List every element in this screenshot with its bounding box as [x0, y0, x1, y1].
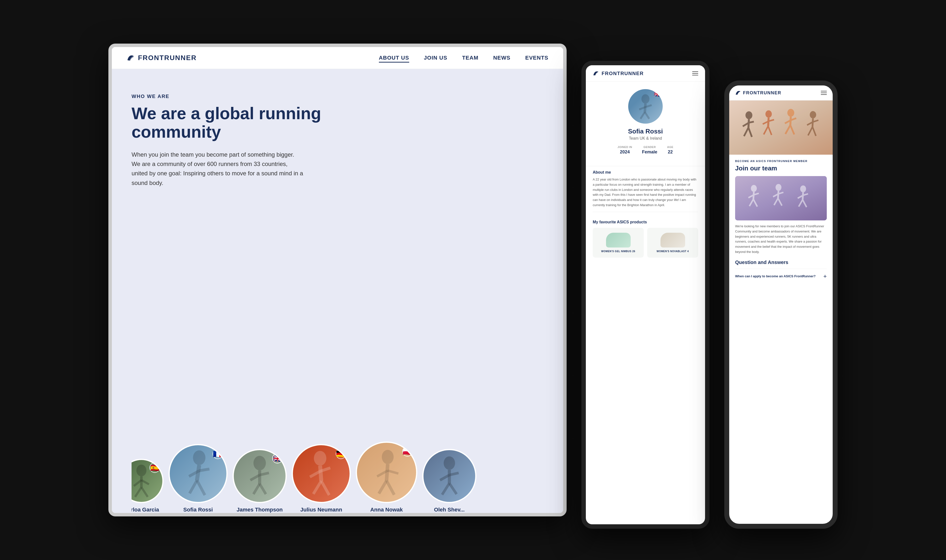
tablet-brand: FRONTRUNNER: [602, 71, 644, 76]
qa-plus-icon[interactable]: +: [823, 273, 827, 280]
runner-silhouette-sofia: [170, 445, 226, 502]
hero-description: When you join the team you become part o…: [131, 150, 304, 188]
svg-point-43: [746, 111, 752, 119]
product-card-1[interactable]: WOMEN'S GEL NIMBUS 26: [593, 228, 644, 258]
svg-point-30: [444, 456, 455, 470]
svg-point-24: [382, 450, 394, 464]
phone-join-section: BECOME AN ASICS FRONTRUNNER MEMBER Join …: [729, 155, 833, 289]
runner-carlos[interactable]: 🇪🇸 Carloa Garcia: [131, 459, 163, 513]
divider-2: [593, 212, 698, 212]
phone-hamburger[interactable]: [821, 91, 827, 95]
svg-rect-42: [729, 100, 833, 155]
hamburger-line-1: [692, 71, 698, 72]
nav-link-about[interactable]: ABOUT US: [379, 55, 409, 63]
tablet-content: FRONTRUNNER 🇬🇧: [586, 65, 705, 524]
hamburger-menu[interactable]: [692, 71, 698, 75]
profile-name: Sofia Rossi: [628, 128, 663, 135]
nav-item-team[interactable]: TEAM: [462, 55, 478, 61]
qa-question-1: When can I apply to become an ASICS Fron…: [735, 274, 820, 278]
svg-point-12: [254, 456, 266, 470]
runner-oleh[interactable]: Oleh Shev...: [422, 449, 476, 513]
svg-point-80: [800, 185, 806, 192]
runner-sofia[interactable]: 🇫🇷 Sofia Rossi: [168, 444, 228, 513]
stat-gender: GENDER Female: [642, 146, 657, 155]
nav-link-news[interactable]: NEWS: [493, 55, 510, 61]
product-name-1: WOMEN'S GEL NIMBUS 26: [601, 250, 635, 253]
tablet-device: FRONTRUNNER 🇬🇧: [581, 61, 710, 529]
runner-james[interactable]: 🇬🇧 James Thompson: [233, 449, 287, 513]
runner-silhouette-anna: [357, 443, 416, 502]
svg-point-55: [787, 109, 794, 117]
runner-sofia-photo: 🇫🇷: [168, 444, 228, 503]
nav-link-events[interactable]: EVENTS: [525, 55, 548, 61]
brand-name: FRONTRUNNER: [138, 54, 197, 62]
hamburger-line-2: [692, 73, 698, 74]
nav-item-about[interactable]: ABOUT US: [379, 55, 409, 61]
asics-logo-icon: [126, 54, 134, 62]
svg-line-14: [254, 484, 260, 494]
stat-gender-label: GENDER: [644, 146, 656, 149]
phone-description: We're looking for new members to join ou…: [735, 224, 827, 255]
svg-line-29: [388, 471, 398, 474]
site-logo[interactable]: FRONTRUNNER: [126, 54, 197, 62]
runner-anna[interactable]: 🇵🇱 Anna Nowak: [356, 442, 418, 513]
product-shoe-2: [661, 233, 685, 248]
phone-device: FRONTRUNNER: [724, 80, 838, 529]
runner-carlos-photo: 🇪🇸: [131, 459, 163, 503]
nav-item-join[interactable]: JOIN US: [424, 55, 447, 61]
svg-line-27: [387, 481, 394, 495]
stat-age: AGE 22: [667, 146, 673, 155]
profile-avatar: 🇬🇧: [628, 89, 663, 124]
runner-silhouette-james: [234, 450, 285, 502]
profile-silhouette: [630, 91, 661, 122]
runner-julius[interactable]: 🇩🇪 Julius Neumann: [292, 444, 351, 513]
phone-join-image: [735, 176, 827, 220]
divider-1: [586, 166, 705, 166]
nav-link-team[interactable]: TEAM: [462, 55, 478, 61]
products-grid: WOMEN'S GEL NIMBUS 26 WOMEN'S NOVABLAST …: [593, 228, 698, 258]
nav-item-news[interactable]: NEWS: [493, 55, 510, 61]
runner-oleh-photo: [422, 449, 476, 503]
phone-qa-title: Question and Answers: [735, 260, 827, 265]
runner-julius-photo: 🇩🇪: [292, 444, 351, 503]
svg-line-26: [379, 481, 387, 494]
svg-point-18: [314, 451, 327, 466]
runner-sofia-name: Sofia Rossi: [183, 506, 213, 513]
svg-point-68: [751, 185, 757, 192]
svg-line-21: [321, 481, 329, 495]
svg-line-11: [199, 469, 210, 471]
tablet-nav: FRONTRUNNER: [586, 65, 705, 82]
runner-carlos-name: Carloa Garcia: [131, 506, 159, 513]
tablet-profile: 🇬🇧 Sofia Rossi Team UK & Ireland JOINED: [586, 82, 705, 162]
svg-line-9: [197, 480, 205, 495]
qa-item-1[interactable]: When can I apply to become an ASICS Fron…: [735, 269, 827, 284]
svg-line-19: [320, 466, 321, 481]
nav-item-events[interactable]: EVENTS: [525, 55, 548, 61]
scene: FRONTRUNNER ABOUT US JOIN US TEAM NEWS E…: [0, 0, 946, 560]
phone-asics-icon: [735, 90, 741, 96]
phone-brand: FRONTRUNNER: [743, 91, 781, 95]
runner-silhouette: [131, 460, 162, 502]
svg-point-6: [193, 451, 205, 465]
laptop-device: FRONTRUNNER ABOUT US JOIN US TEAM NEWS E…: [108, 44, 567, 516]
hero-section: WHO WE ARE We are a global running commu…: [112, 69, 563, 513]
hamburger-line-3: [692, 75, 698, 75]
about-section: About me A 22 year old from London who i…: [586, 170, 705, 208]
phone-logo: FRONTRUNNER: [735, 90, 781, 96]
svg-line-22: [310, 471, 320, 477]
svg-line-2: [135, 487, 142, 497]
svg-line-3: [142, 487, 148, 497]
svg-line-39: [645, 112, 649, 119]
product-card-2[interactable]: WOMEN'S NOVABLAST 4: [647, 228, 698, 258]
website: FRONTRUNNER ABOUT US JOIN US TEAM NEWS E…: [112, 47, 563, 513]
phone-title: Join our team: [735, 165, 827, 172]
runner-silhouette-oleh: [424, 450, 475, 502]
nav-link-join[interactable]: JOIN US: [424, 55, 447, 61]
runner-james-photo: 🇬🇧: [233, 449, 287, 503]
stat-joined-value: 2024: [620, 149, 630, 155]
runner-oleh-name: Oleh Shev...: [434, 506, 465, 513]
phone-join-svg: [735, 176, 827, 220]
svg-point-61: [810, 111, 816, 118]
phone-hamburger-line-1: [821, 91, 827, 91]
product-name-2: WOMEN'S NOVABLAST 4: [656, 250, 689, 253]
